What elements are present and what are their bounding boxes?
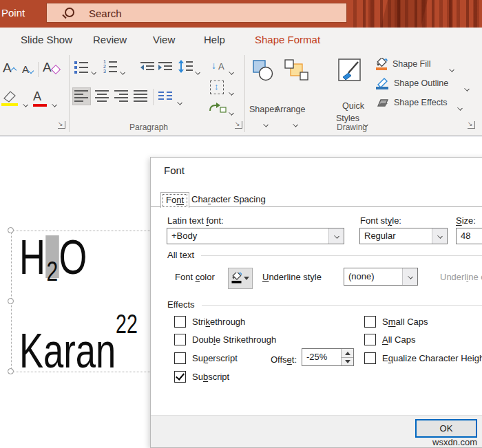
font-color-button[interactable]: A: [33, 89, 41, 104]
align-text-dropdown[interactable]: [229, 86, 233, 98]
decrease-font-size-button[interactable]: A: [22, 63, 33, 75]
search-box[interactable]: Search: [46, 3, 347, 23]
all-text-label: All text: [167, 250, 194, 260]
dropdown-caret-icon: [244, 277, 249, 280]
align-left-button[interactable]: [74, 90, 88, 101]
offset-spinner[interactable]: -25%: [302, 348, 354, 366]
bullets-button[interactable]: [74, 61, 88, 73]
arrange-dropdown[interactable]: [293, 118, 297, 130]
shape-outline-button[interactable]: Shape Outline: [375, 77, 479, 92]
karan-text[interactable]: Karan22: [19, 327, 138, 375]
arrange-button[interactable]: [284, 58, 310, 86]
columns-button[interactable]: [158, 92, 174, 101]
tab-font[interactable]: Font: [160, 192, 189, 208]
text-direction-dropdown[interactable]: [229, 65, 233, 78]
effects-label: Effects: [167, 299, 195, 310]
decrease-indent-button[interactable]: [140, 62, 154, 73]
increase-font-size-button[interactable]: A: [3, 61, 16, 76]
align-right-button[interactable]: [114, 90, 128, 101]
formula-post: O: [59, 233, 87, 281]
numbering-dropdown[interactable]: [120, 65, 125, 78]
font-color-button[interactable]: [228, 268, 253, 289]
formula-pre: H: [19, 233, 45, 281]
resize-handle-bottom-left[interactable]: [8, 368, 14, 374]
underline-style-combobox[interactable]: (none): [344, 268, 418, 286]
tab-shape-format[interactable]: Shape Format: [255, 28, 320, 52]
text-direction-button[interactable]: ↓ A: [210, 60, 227, 75]
line-spacing-button[interactable]: [178, 60, 193, 74]
highlight-color-bar: [1, 103, 18, 106]
shapes-button[interactable]: [252, 59, 275, 87]
superscript-checkbox[interactable]: [174, 352, 186, 364]
shape-fill-button[interactable]: Shape Fill: [375, 58, 479, 73]
combobox-dropdown-button[interactable]: [328, 228, 344, 244]
shape-effects-button[interactable]: Shape Effects: [375, 96, 479, 111]
shapes-dropdown[interactable]: [264, 118, 268, 130]
title-bar: Point Search: [0, 0, 482, 28]
paragraph-dialog-launcher[interactable]: [235, 121, 242, 129]
triangle-down-icon: [345, 360, 350, 363]
ok-button[interactable]: OK: [415, 419, 477, 438]
caret-down-icon: [28, 68, 34, 74]
chevron-down-icon: [263, 122, 269, 127]
letter-a: A: [43, 60, 52, 74]
numbering-button[interactable]: 1 2 3: [103, 59, 117, 73]
latin-text-font-combobox[interactable]: +Body: [167, 228, 344, 244]
line: [180, 63, 182, 70]
letter-a: A: [218, 61, 224, 72]
line: [158, 62, 172, 63]
quick-styles-icon: [337, 58, 364, 85]
align-text-button[interactable]: ↕: [210, 81, 227, 96]
line-spacing-dropdown[interactable]: [196, 65, 200, 78]
all-caps-checkbox[interactable]: [364, 334, 376, 345]
shape-fill-label: Shape Fill: [392, 59, 431, 69]
tab-review[interactable]: Review: [93, 28, 127, 52]
subscript-checkbox[interactable]: [174, 371, 186, 383]
group-divider: [244, 55, 245, 132]
resize-handle-top-left[interactable]: [8, 227, 14, 233]
tab-slide-show[interactable]: Slide Show: [21, 28, 72, 52]
justify-button[interactable]: [134, 90, 147, 101]
bullets-dropdown[interactable]: [92, 65, 96, 78]
increase-indent-button[interactable]: [158, 62, 172, 73]
resize-handle-middle-left[interactable]: [8, 298, 14, 304]
latin-text-font-label: Latin text font:: [167, 215, 224, 226]
chevron-down-icon: [229, 110, 234, 116]
font-color-label: Font color: [175, 272, 215, 282]
size-input[interactable]: 48: [456, 228, 482, 244]
arrow-left-icon: [140, 65, 144, 70]
columns-dropdown[interactable]: [178, 96, 182, 108]
spin-down-button[interactable]: [342, 357, 353, 365]
double-strikethrough-checkbox[interactable]: [174, 334, 186, 345]
equalize-character-height-checkbox[interactable]: [364, 352, 376, 364]
watermark-text: wsxdn.com: [432, 437, 477, 447]
chevron-down-icon: [437, 233, 443, 239]
font-style-combobox[interactable]: Regular: [359, 228, 448, 244]
align-center-button[interactable]: [95, 90, 109, 101]
highlighter-icon: [1, 90, 18, 103]
ribbon: A A A A 1: [0, 52, 482, 136]
line: [140, 62, 154, 63]
highlighter-dropdown[interactable]: [23, 98, 28, 110]
tab-view[interactable]: View: [153, 28, 175, 52]
combobox-dropdown-button[interactable]: [402, 268, 417, 285]
combobox-dropdown-button[interactable]: [432, 228, 447, 244]
line: [114, 97, 128, 98]
font-dialog-launcher[interactable]: [58, 121, 65, 129]
water-formula-text[interactable]: H 2 O: [19, 233, 87, 281]
window-title: Point: [1, 7, 25, 19]
chevron-down-icon: [177, 100, 182, 105]
line: [186, 61, 193, 63]
drawing-dialog-launcher[interactable]: [468, 121, 475, 129]
convert-to-smartart-button[interactable]: [209, 101, 227, 115]
highlighter-button[interactable]: [1, 90, 19, 107]
quick-styles-button[interactable]: [337, 58, 364, 88]
strikethrough-checkbox[interactable]: [174, 316, 186, 328]
tab-help[interactable]: Help: [204, 28, 225, 52]
line: [119, 100, 128, 102]
small-caps-checkbox[interactable]: [364, 316, 376, 328]
font-color-dropdown[interactable]: [52, 98, 56, 110]
clear-formatting-button[interactable]: A: [43, 60, 52, 75]
tab-character-spacing[interactable]: Character Spacing: [187, 192, 271, 206]
smartart-dropdown[interactable]: [229, 106, 233, 118]
